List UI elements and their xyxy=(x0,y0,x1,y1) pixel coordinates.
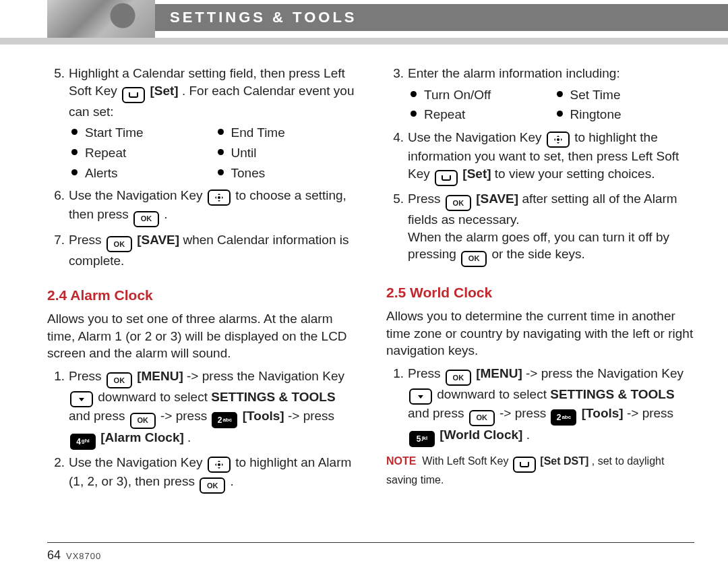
note-block: NOTE With Left Soft Key [Set DST] , set … xyxy=(386,454,694,488)
keypad-5-icon: 5jkl xyxy=(409,431,435,447)
content-columns: 5. Highlight a Calendar setting field, t… xyxy=(47,65,694,498)
list-item: Repeat xyxy=(409,106,549,123)
list-item: Set Time xyxy=(555,86,695,104)
left-softkey-icon xyxy=(435,170,458,186)
alarm-step-4: 4. Use the Navigation Key to highlight t… xyxy=(386,129,694,186)
page-footer: 64 VX8700 xyxy=(47,542,694,563)
list-item: Start Time xyxy=(70,124,210,142)
world-clock-intro: Allows you to determine the current time… xyxy=(386,308,694,359)
page-number: 64 xyxy=(47,547,61,563)
ok-key-icon: OK xyxy=(200,477,225,494)
ok-key-icon: OK xyxy=(469,410,495,426)
calendar-step-6: 6. Use the Navigation Key to choose a se… xyxy=(47,187,355,227)
keypad-2-icon: 2abc xyxy=(551,409,576,426)
ok-key-icon: OK xyxy=(446,370,471,386)
svg-point-1 xyxy=(218,463,220,466)
alarm-step-5: 5. Press OK [SAVE] after setting all of … xyxy=(386,190,694,267)
header-photo xyxy=(47,0,155,39)
ok-key-icon: OK xyxy=(133,211,159,227)
page-title-bar: SETTINGS & TOOLS xyxy=(155,4,728,31)
section-heading-world-clock: 2.5 World Clock xyxy=(386,283,694,302)
note-label: NOTE xyxy=(386,455,416,467)
alarm-step-3: 3. Enter the alarm information including… xyxy=(386,65,694,82)
list-item: Alerts xyxy=(70,165,210,182)
ok-key-icon: OK xyxy=(107,372,132,388)
left-softkey-icon xyxy=(513,457,536,473)
svg-point-2 xyxy=(557,138,559,141)
ok-key-icon: OK xyxy=(446,195,471,211)
list-item: Until xyxy=(216,144,356,162)
keypad-2-icon: 2abc xyxy=(212,412,237,428)
alarm-intro: Allows you to set one of three alarms. A… xyxy=(47,310,355,362)
nav-key-icon xyxy=(208,457,231,473)
left-column: 5. Highlight a Calendar setting field, t… xyxy=(47,65,355,498)
manual-page: SETTINGS & TOOLS 5. Highlight a Calendar… xyxy=(0,0,728,582)
ok-key-icon: OK xyxy=(130,413,156,429)
model-number: VX8700 xyxy=(66,550,101,562)
calendar-fields-list: Start Time End Time Repeat Until Alerts … xyxy=(70,124,355,181)
list-item: Turn On/Off xyxy=(409,86,549,104)
ok-key-icon: OK xyxy=(461,251,487,267)
list-item: Tones xyxy=(216,165,356,182)
calendar-step-5: 5. Highlight a Calendar setting field, t… xyxy=(47,65,355,120)
nav-down-icon xyxy=(409,388,432,405)
header-underline xyxy=(0,38,728,45)
nav-key-icon xyxy=(547,132,570,148)
nav-key-icon xyxy=(208,190,231,206)
nav-down-icon xyxy=(70,391,93,407)
alarm-step-2: 2. Use the Navigation Key to highlight a… xyxy=(47,454,355,494)
svg-point-0 xyxy=(218,196,220,199)
page-header: SETTINGS & TOOLS xyxy=(0,0,728,49)
section-heading-alarm-clock: 2.4 Alarm Clock xyxy=(47,286,355,305)
list-item: End Time xyxy=(216,124,356,142)
list-item: Ringtone xyxy=(555,106,695,123)
left-softkey-icon xyxy=(122,87,145,103)
list-item: Repeat xyxy=(70,144,210,162)
ok-key-icon: OK xyxy=(107,236,132,252)
page-title: SETTINGS & TOOLS xyxy=(170,7,357,28)
keypad-4-icon: 4ghi xyxy=(70,434,96,450)
world-step-1: 1. Press OK [MENU] -> press the Navigati… xyxy=(386,365,694,447)
calendar-step-7: 7. Press OK [SAVE] when Calendar informa… xyxy=(47,231,355,270)
right-column: 3. Enter the alarm information including… xyxy=(386,65,694,498)
alarm-step-1: 1. Press OK [MENU] -> press the Navigati… xyxy=(47,368,355,450)
alarm-fields-list: Turn On/Off Set Time Repeat Ringtone xyxy=(409,86,694,123)
